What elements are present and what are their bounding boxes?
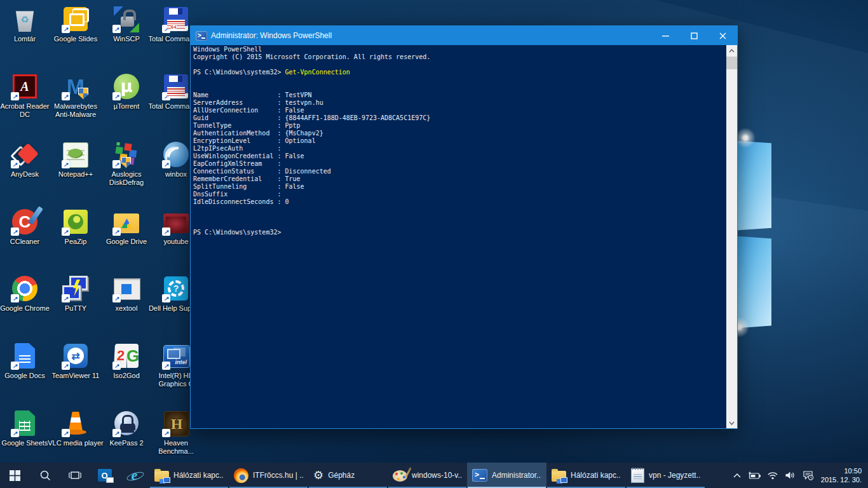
shortcut-arrow-icon [162,294,170,302]
desktop-icon-label: Malwarebytes Anti-Malware [48,102,104,119]
desktop-icon-peazip[interactable]: PeaZip [48,208,104,246]
desktop-icon-teamviewer[interactable]: TeamViewer 11 [48,342,104,380]
search-button[interactable] [30,463,60,488]
desktop-icon-malwarebytes[interactable]: Malwarebytes Anti-Malware [48,72,104,119]
internet-explorer-pinned-button[interactable] [119,463,149,488]
desktop-icon-label: Google Chrome [0,304,53,313]
desktop-icon-gslides[interactable]: Google Slides [48,5,104,43]
desktop-icon-auslogics[interactable]: Auslogics DiskDefrag [98,140,154,187]
desktop-icon-label: Lomtár [0,35,53,43]
console-scrollbar[interactable] [726,45,737,428]
desktop-icon-label: Google Slides [48,35,104,43]
taskbar-item-label: windows-10-v... [412,471,462,480]
console-line: UseWinlogonCredential : False [193,152,726,160]
firefox-icon [234,468,248,483]
scrollbar-down-icon[interactable] [726,417,737,428]
desktop-icon-label: Google Sheets [0,439,53,447]
tray-action-center-icon[interactable] [801,463,816,488]
window-title: Administrator: Windows PowerShell [211,31,651,40]
taskbar-item-powershell[interactable]: Administrator... [467,463,546,488]
scrollbar-thumb[interactable] [726,57,737,69]
console-command: Get-VpnConnection [285,69,350,76]
taskbar-item-settings[interactable]: Gépház [308,463,388,488]
console-line [193,84,726,92]
console-line: EncryptionLevel : Optional [193,137,726,145]
tray-volume-icon[interactable] [783,463,798,488]
console-line [193,206,726,214]
shortcut-arrow-icon [162,429,170,437]
taskbar-item-network-connections-1[interactable]: Hálózati kapc... [149,463,229,488]
desktop-icon-label: PeaZip [48,238,104,246]
outlook-icon [98,469,112,482]
desktop-icon-gdrive[interactable]: Google Drive [98,208,154,246]
console-prompt-line: PS C:\Windows\system32> Get-VpnConnectio… [193,69,726,76]
clock-date: 2015. 12. 30. [821,475,862,484]
outlook-pinned-button[interactable] [90,463,119,488]
desktop-icon-putty[interactable]: PuTTY [48,274,104,313]
taskbar-item-label: Hálózati kapc... [571,471,621,480]
console-line: PS C:\Windows\system32> [193,229,726,236]
console-line: Guid : {8844AFF1-188D-48EB-9723-AD8CA5C1… [193,114,726,122]
desktop-icon-anydesk[interactable]: AnyDesk [0,140,53,179]
shortcut-arrow-icon [162,160,170,168]
desktop-icon-ccleaner[interactable]: CCleaner [0,208,53,246]
internet-explorer-icon [127,468,142,483]
desktop-icon-label: VLC media player [48,439,104,447]
minimize-button[interactable] [651,26,680,45]
shortcut-arrow-icon [11,362,19,370]
powershell-icon [472,469,487,482]
taskbar-clock[interactable]: 10:50 2015. 12. 30. [817,463,868,488]
task-view-button[interactable] [60,463,90,488]
console-line: EapConfigXmlStream : [193,160,726,168]
desktop-icon-acrobat[interactable]: Acrobat Reader DC [0,72,53,119]
desktop-icon-utorrent[interactable]: µTorrent [98,72,154,111]
desktop-icon-vlc[interactable]: VLC media player [48,409,104,447]
scrollbar-up-icon[interactable] [726,45,737,56]
desktop-icon-gsheets[interactable]: Google Sheets [0,409,53,447]
desktop-icon-notepadpp[interactable]: Notepad++ [48,140,104,179]
desktop-icon-label: TeamViewer 11 [48,372,104,380]
taskbar-item-network-connections-2[interactable]: Hálózati kapc... [546,463,626,488]
close-button[interactable] [709,26,737,45]
desktop-icon-label: xextool [98,304,154,313]
system-tray [729,463,817,488]
shortcut-arrow-icon [62,92,70,100]
shortcut-arrow-icon [62,227,70,236]
shortcut-arrow-icon [11,294,19,302]
start-button[interactable] [0,463,30,488]
powershell-window: Administrator: Windows PowerShell Window… [190,25,738,429]
taskbar-item-label: Administrator... [492,471,541,480]
desktop-icon-recycle-bin[interactable]: Lomtár [0,5,53,43]
desktop-icon-gdocs[interactable]: Google Docs [0,342,53,380]
shortcut-arrow-icon [162,362,170,370]
desktop-icon-label: WinSCP [98,35,154,43]
desktop-icon-label: KeePass 2 [98,439,154,447]
taskbar-item-paint[interactable]: windows-10-v... [388,463,467,488]
desktop-icon-winscp[interactable]: WinSCP [98,5,154,43]
desktop-icon-label: µTorrent [98,102,154,111]
maximize-button[interactable] [680,26,709,45]
tray-battery-icon[interactable] [747,463,763,488]
folder-network-icon [552,471,566,482]
window-titlebar[interactable]: Administrator: Windows PowerShell [191,26,737,45]
shortcut-arrow-icon [62,160,70,168]
desktop-icon-keepass[interactable]: KeePass 2 [98,409,154,447]
desktop-icon-iso2god[interactable]: Iso2God [98,342,154,380]
taskbar-item-notepad[interactable]: vpn - Jegyzett... [626,463,705,488]
console-line: DnsSuffix : [193,191,726,198]
paint-palette-icon [393,470,407,482]
taskbar-item-firefox[interactable]: ITFröccs.hu | ... [229,463,308,488]
shortcut-arrow-icon [11,227,19,236]
tray-chevron-up-icon[interactable] [729,463,745,488]
taskbar-item-label: vpn - Jegyzett... [649,471,700,480]
taskbar-item-label: ITFröccs.hu | ... [253,471,303,480]
tray-wifi-icon[interactable] [765,463,780,488]
console-output[interactable]: Windows PowerShell Copyright (C) 2015 Mi… [191,45,726,428]
desktop-icon-chrome[interactable]: Google Chrome [0,274,53,313]
console-line: ServerAddress : testvpn.hu [193,99,726,107]
shortcut-arrow-icon [112,92,121,100]
desktop-icon-xextool[interactable]: xextool [98,274,154,313]
shortcut-arrow-icon [112,294,121,302]
desktop-icon-label: CCleaner [0,238,53,246]
desktop-icon-label: Google Drive [98,238,154,246]
